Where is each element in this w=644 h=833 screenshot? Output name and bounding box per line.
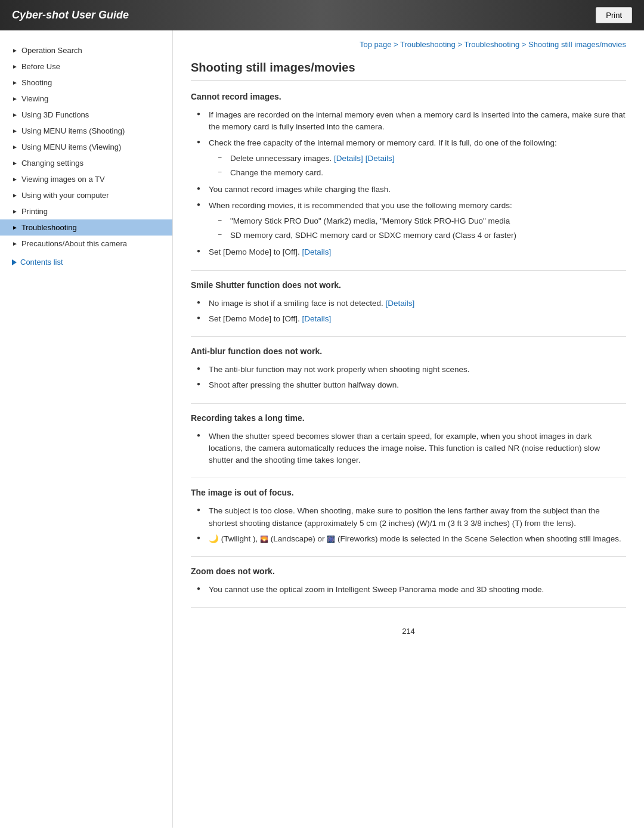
sidebar-item-4[interactable]: ►Using 3D Functions [0, 107, 172, 123]
sub-list-0-3: "Memory Stick PRO Duo" (Mark2) media, "M… [209, 214, 626, 243]
section-title-1: Smile Shutter function does not work. [191, 280, 626, 290]
footer: 214 [191, 617, 626, 645]
contents-list-label: Contents list [20, 258, 63, 267]
sections-container: Cannot record images.If images are recor… [191, 92, 626, 608]
sub-item-0-3-0: "Memory Stick PRO Duo" (Mark2) media, "M… [218, 214, 626, 228]
bullet-list-5: You cannot use the optical zoom in Intel… [191, 582, 626, 597]
sidebar-item-1[interactable]: ►Before Use [0, 58, 172, 75]
main-content: Top page > Troubleshooting > Troubleshoo… [173, 30, 644, 828]
section-1: Smile Shutter function does not work.No … [191, 280, 626, 337]
app-title: Cyber-shot User Guide [12, 9, 129, 21]
sidebar-item-3[interactable]: ►Viewing [0, 91, 172, 107]
sidebar-arrow-icon: ► [12, 240, 18, 247]
section-title-2: Anti-blur function does not work. [191, 346, 626, 356]
page-number: 214 [402, 627, 415, 636]
sidebar-arrow-icon: ► [12, 47, 18, 54]
sidebar-arrow-icon: ► [12, 63, 18, 70]
sidebar-item-label: Troubleshooting [21, 223, 77, 232]
sidebar-arrow-icon: ► [12, 208, 18, 215]
breadcrumb-link-current[interactable]: Shooting still images/movies [528, 40, 626, 49]
sidebar-arrow-icon: ► [12, 128, 18, 134]
details-link[interactable]: [Details] [366, 154, 395, 163]
sidebar-item-10[interactable]: ►Printing [0, 203, 172, 219]
contents-list-link[interactable]: Contents list [0, 252, 172, 270]
bullet-item-1-1: Set [Demo Mode] to [Off]. [Details] [197, 311, 626, 327]
sidebar-arrow-icon: ► [12, 224, 18, 231]
sidebar: ►Operation Search►Before Use►Shooting►Vi… [0, 30, 173, 828]
bullet-list-0: If images are recorded on the internal m… [191, 107, 626, 261]
sidebar-item-6[interactable]: ►Using MENU items (Viewing) [0, 139, 172, 155]
section-4: The image is out of focus.The subject is… [191, 488, 626, 557]
section-title-3: Recording takes a long time. [191, 413, 626, 423]
bullet-item-1-0: No image is shot if a smiling face is no… [197, 296, 626, 311]
bullet-item-0-4: Set [Demo Mode] to [Off]. [Details] [197, 244, 626, 260]
bullet-item-2-0: The anti-blur function may not work prop… [197, 362, 626, 377]
details-link[interactable]: [Details] [334, 154, 363, 163]
sidebar-arrow-icon: ► [12, 144, 18, 150]
details-link[interactable]: [Details] [302, 314, 332, 323]
section-title-5: Zoom does not work. [191, 566, 626, 576]
sidebar-arrow-icon: ► [12, 192, 18, 199]
sub-list-0-1: Delete unnecessary images. [Details] [De… [209, 151, 626, 181]
sidebar-item-label: Using MENU items (Shooting) [21, 126, 125, 135]
bullet-item-3-0: When the shutter speed becomes slower th… [197, 429, 626, 469]
details-link[interactable]: [Details] [385, 299, 414, 308]
print-button[interactable]: Print [596, 7, 632, 23]
section-title-0: Cannot record images. [191, 92, 626, 101]
sidebar-item-8[interactable]: ►Viewing images on a TV [0, 171, 172, 187]
sidebar-item-label: Using 3D Functions [21, 110, 89, 119]
header: Cyber-shot User Guide Print [0, 0, 644, 30]
bullet-item-0-2: You cannot record images while charging … [197, 182, 626, 197]
details-link[interactable]: [Details] [302, 247, 332, 256]
section-0: Cannot record images.If images are recor… [191, 92, 626, 271]
bullet-item-0-3: When recording movies, it is recommended… [197, 198, 626, 245]
sub-item-0-3-1: SD memory card, SDHC memory card or SDXC… [218, 228, 626, 243]
sidebar-arrow-icon: ► [12, 176, 18, 182]
sidebar-item-label: Viewing [21, 94, 48, 103]
bullet-item-4-1: 🌙 (Twilight ), 🌄 (Landscape) or 🎆 (Firew… [197, 531, 626, 547]
sidebar-item-label: Operation Search [21, 46, 82, 55]
sidebar-item-label: Printing [21, 207, 48, 216]
bullet-item-0-1: Check the free capacity of the internal … [197, 135, 626, 182]
sidebar-item-11[interactable]: ►Troubleshooting [0, 219, 172, 236]
sidebar-item-7[interactable]: ►Changing settings [0, 155, 172, 171]
sidebar-item-5[interactable]: ►Using MENU items (Shooting) [0, 123, 172, 139]
sidebar-item-label: Viewing images on a TV [21, 175, 105, 184]
sidebar-arrow-icon: ► [12, 95, 18, 102]
main-layout: ►Operation Search►Before Use►Shooting►Vi… [0, 30, 644, 828]
section-5: Zoom does not work.You cannot use the op… [191, 566, 626, 608]
breadcrumb: Top page > Troubleshooting > Troubleshoo… [191, 40, 626, 49]
breadcrumb-link-troubleshooting1[interactable]: Troubleshooting [400, 40, 456, 49]
bullet-list-1: No image is shot if a smiling face is no… [191, 296, 626, 327]
page-title: Shooting still images/movies [191, 61, 626, 81]
bullet-list-2: The anti-blur function may not work prop… [191, 362, 626, 394]
bullet-item-2-1: Shoot after pressing the shutter button … [197, 377, 626, 393]
bullet-item-5-0: You cannot use the optical zoom in Intel… [197, 582, 626, 597]
bullet-list-4: The subject is too close. When shooting,… [191, 503, 626, 547]
sidebar-arrow-icon: ► [12, 160, 18, 166]
section-title-4: The image is out of focus. [191, 488, 626, 497]
section-3: Recording takes a long time.When the shu… [191, 413, 626, 479]
sidebar-item-label: Changing settings [21, 159, 83, 168]
bullet-item-4-0: The subject is too close. When shooting,… [197, 503, 626, 531]
sidebar-arrow-icon: ► [12, 79, 18, 86]
breadcrumb-link-top[interactable]: Top page [360, 40, 392, 49]
breadcrumb-link-troubleshooting2[interactable]: Troubleshooting [464, 40, 519, 49]
sidebar-item-label: Shooting [21, 78, 52, 87]
sidebar-item-label: Precautions/About this camera [21, 239, 127, 248]
section-2: Anti-blur function does not work.The ant… [191, 346, 626, 404]
sidebar-arrow-icon: ► [12, 112, 18, 118]
sidebar-item-label: Using with your computer [21, 191, 109, 200]
arrow-right-icon [12, 259, 17, 265]
bullet-list-3: When the shutter speed becomes slower th… [191, 429, 626, 469]
sub-item-0-1-1: Change the memory card. [218, 166, 626, 180]
sidebar-item-9[interactable]: ►Using with your computer [0, 187, 172, 203]
sidebar-item-12[interactable]: ►Precautions/About this camera [0, 236, 172, 252]
sidebar-item-2[interactable]: ►Shooting [0, 75, 172, 91]
sidebar-item-label: Before Use [21, 62, 60, 71]
bullet-item-0-0: If images are recorded on the internal m… [197, 107, 626, 135]
sidebar-item-0[interactable]: ►Operation Search [0, 42, 172, 58]
sub-item-0-1-0: Delete unnecessary images. [Details] [De… [218, 151, 626, 166]
sidebar-item-label: Using MENU items (Viewing) [21, 143, 121, 151]
